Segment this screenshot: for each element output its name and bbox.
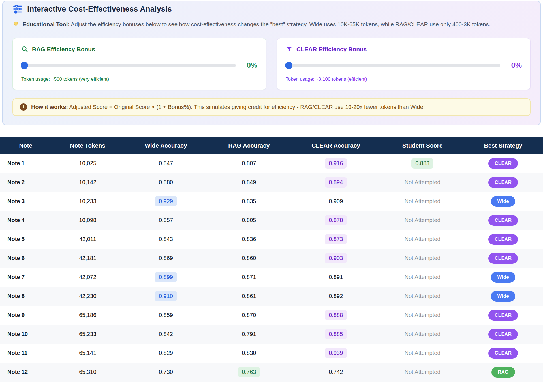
not-attempted-label: Not Attempted	[405, 312, 441, 318]
not-attempted-label: Not Attempted	[405, 255, 441, 261]
table-row: Note 542,0110.8430.8360.873Not Attempted…	[0, 230, 543, 249]
col-wide-accuracy: Wide Accuracy	[124, 137, 208, 154]
clear-accuracy-cell: 0.903	[290, 249, 382, 268]
table-header-row: Note Note Tokens Wide Accuracy RAG Accur…	[0, 137, 543, 154]
clear-accuracy-cell: 0.885	[290, 325, 382, 344]
note-cell: Note 4	[0, 211, 52, 230]
clear-bonus-value: 0%	[506, 61, 522, 70]
clear-token-usage: Token usage: ~3,100 tokens (efficient)	[286, 76, 522, 82]
clear-accuracy-cell: 0.909	[290, 192, 382, 211]
wide-accuracy-cell: 0.869	[124, 249, 208, 268]
not-attempted-label: Not Attempted	[405, 350, 441, 356]
sliders-icon	[12, 4, 23, 14]
rag-bonus-card: RAG Efficiency Bonus 0% Token usage: ~50…	[12, 38, 266, 90]
note-tokens-cell: 10,142	[52, 173, 124, 192]
rag-card-title-label: RAG Efficiency Bonus	[32, 46, 95, 53]
clear-accuracy-cell: 0.939	[290, 344, 382, 363]
info-icon: i	[20, 103, 27, 111]
page-title: Interactive Cost-Effectiveness Analysis	[27, 5, 172, 14]
best-strategy-badge: CLEAR	[488, 310, 518, 321]
note-cell: Note 10	[0, 325, 52, 344]
best-strategy-cell: CLEAR	[463, 211, 543, 230]
col-best-strategy: Best Strategy	[463, 137, 543, 154]
rag-slider-thumb[interactable]	[21, 62, 28, 69]
note-cell: Note 5	[0, 230, 52, 249]
not-attempted-label: Not Attempted	[405, 179, 441, 185]
how-it-works-banner: i How it works: Adjusted Score = Origina…	[12, 98, 531, 116]
best-strategy-cell: CLEAR	[463, 249, 543, 268]
best-strategy-badge: CLEAR	[488, 177, 518, 188]
not-attempted-label: Not Attempted	[405, 236, 441, 242]
filter-icon	[286, 46, 293, 53]
how-it-works-bold: How it works:	[31, 104, 68, 110]
note-tokens-cell: 65,186	[52, 306, 124, 325]
wide-accuracy-cell: 0.730	[124, 363, 208, 382]
note-cell: Note 9	[0, 306, 52, 325]
note-cell: Note 3	[0, 192, 52, 211]
best-strategy-cell: CLEAR	[463, 306, 543, 325]
clear-accuracy-cell: 0.742	[290, 363, 382, 382]
not-attempted-label: Not Attempted	[405, 274, 441, 280]
clear-accuracy-cell: 0.892	[290, 287, 382, 306]
student-score-cell: Not Attempted	[382, 249, 463, 268]
wide-accuracy-cell: 0.842	[124, 325, 208, 344]
best-strategy-cell: Wide	[463, 192, 543, 211]
best-strategy-cell: RAG	[463, 363, 543, 382]
highlighted-value-chip: 0.939	[325, 348, 347, 358]
rag-slider-row: 0%	[21, 61, 257, 70]
table-row: Note 965,1860.8590.8700.888Not Attempted…	[0, 306, 543, 325]
table-row: Note 842,2300.9100.8610.892Not Attempted…	[0, 287, 543, 306]
note-tokens-cell: 42,230	[52, 287, 124, 306]
best-strategy-badge: Wide	[491, 196, 515, 207]
note-cell: Note 7	[0, 268, 52, 287]
best-strategy-cell: CLEAR	[463, 344, 543, 363]
wide-accuracy-cell: 0.859	[124, 306, 208, 325]
note-tokens-cell: 42,011	[52, 230, 124, 249]
highlighted-value-chip: 0.903	[325, 253, 347, 263]
best-strategy-badge: CLEAR	[488, 158, 518, 169]
clear-accuracy-cell: 0.894	[290, 173, 382, 192]
student-score-cell: Not Attempted	[382, 192, 463, 211]
note-tokens-cell: 65,233	[52, 325, 124, 344]
table-row: Note 742,0720.8990.8710.891Not Attempted…	[0, 268, 543, 287]
clear-slider-thumb[interactable]	[285, 62, 292, 69]
best-strategy-badge: Wide	[491, 272, 515, 283]
highlighted-value-chip: 0.894	[325, 177, 347, 188]
wide-accuracy-cell: 0.910	[124, 287, 208, 306]
highlighted-value-chip: 0.916	[325, 158, 347, 169]
clear-card-title-label: CLEAR Efficiency Bonus	[296, 46, 367, 53]
clear-bonus-slider[interactable]	[286, 64, 500, 67]
wide-accuracy-cell: 0.880	[124, 173, 208, 192]
best-strategy-cell: Wide	[463, 268, 543, 287]
best-strategy-cell: Wide	[463, 287, 543, 306]
wide-accuracy-cell: 0.857	[124, 211, 208, 230]
highlighted-value-chip: 0.888	[325, 310, 347, 320]
table-row: Note 310,2330.9290.8350.909Not Attempted…	[0, 192, 543, 211]
note-tokens-cell: 10,025	[52, 154, 124, 173]
table-row: Note 110,0250.8470.8070.9160.883CLEAR	[0, 154, 543, 173]
note-tokens-cell: 10,233	[52, 192, 124, 211]
rag-card-title: RAG Efficiency Bonus	[21, 46, 257, 53]
note-cell: Note 1	[0, 154, 52, 173]
student-score-cell: Not Attempted	[382, 173, 463, 192]
student-score-cell: 0.883	[382, 154, 463, 173]
student-score-cell: Not Attempted	[382, 344, 463, 363]
rag-bonus-slider[interactable]	[21, 64, 236, 67]
rag-accuracy-cell: 0.870	[208, 306, 290, 325]
rag-accuracy-cell: 0.805	[208, 211, 290, 230]
clear-accuracy-cell: 0.891	[290, 268, 382, 287]
clear-accuracy-cell: 0.888	[290, 306, 382, 325]
intro-text: Educational Tool: Adjust the efficiency …	[12, 20, 531, 31]
best-strategy-badge: CLEAR	[488, 215, 518, 226]
intro-body: Adjust the efficiency bonuses below to s…	[70, 21, 490, 27]
rag-accuracy-cell: 0.763	[208, 363, 290, 382]
table-row: Note 410,0980.8570.8050.878Not Attempted…	[0, 211, 543, 230]
col-clear-accuracy: CLEAR Accuracy	[290, 137, 382, 154]
student-score-cell: Not Attempted	[382, 306, 463, 325]
search-icon	[21, 46, 29, 53]
rag-accuracy-cell: 0.830	[208, 344, 290, 363]
best-strategy-cell: CLEAR	[463, 325, 543, 344]
rag-accuracy-cell: 0.791	[208, 325, 290, 344]
highlighted-value-chip: 0.899	[155, 272, 177, 282]
best-strategy-badge: CLEAR	[488, 329, 518, 340]
